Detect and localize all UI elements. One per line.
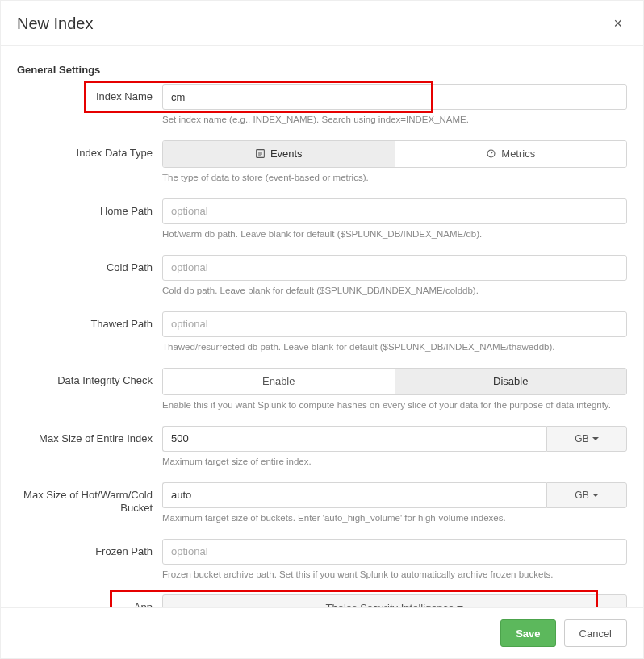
toggle-events-label: Events	[270, 148, 303, 160]
field-integrity: Data Integrity Check Enable Disable Enab…	[17, 368, 627, 423]
help-frozen-path: Frozen bucket archive path. Set this if …	[162, 569, 627, 581]
label-cold-path: Cold Path	[17, 255, 162, 274]
toggle-integrity-disable[interactable]: Disable	[395, 369, 627, 394]
thawed-path-input[interactable]	[162, 311, 627, 337]
help-thawed-path: Thawed/resurrected db path. Leave blank …	[162, 341, 627, 353]
help-home-path: Hot/warm db path. Leave blank for defaul…	[162, 228, 627, 240]
max-size-unit-dropdown[interactable]: GB	[546, 426, 627, 452]
toggle-disable-label: Disable	[493, 375, 528, 387]
bucket-size-unit-label: GB	[575, 490, 588, 501]
bucket-size-input[interactable]	[162, 482, 546, 508]
save-button[interactable]: Save	[500, 619, 555, 647]
field-frozen-path: Frozen Path Frozen bucket archive path. …	[17, 539, 627, 592]
help-index-name: Set index name (e.g., INDEX_NAME). Searc…	[162, 114, 627, 126]
label-home-path: Home Path	[17, 198, 162, 218]
frozen-path-input[interactable]	[162, 539, 627, 565]
field-data-type: Index Data Type Events	[17, 140, 627, 195]
new-index-modal: New Index × General Settings Index Name …	[0, 0, 644, 659]
cancel-button[interactable]: Cancel	[564, 619, 627, 647]
cold-path-input[interactable]	[162, 255, 627, 281]
close-icon[interactable]: ×	[608, 12, 627, 35]
help-data-type: The type of data to store (event-based o…	[162, 172, 627, 184]
modal-title: New Index	[17, 15, 94, 33]
modal-footer: Save Cancel	[1, 607, 643, 658]
label-max-size: Max Size of Entire Index	[17, 426, 162, 445]
max-size-input[interactable]	[162, 426, 546, 452]
label-app: App	[17, 594, 162, 607]
events-icon	[255, 148, 266, 159]
integrity-toggle: Enable Disable	[162, 368, 627, 395]
toggle-integrity-enable[interactable]: Enable	[163, 369, 395, 394]
metrics-icon	[486, 148, 496, 159]
app-select[interactable]: Thales Security Intelligence	[162, 594, 627, 607]
label-data-type: Index Data Type	[17, 140, 162, 160]
index-name-input[interactable]	[162, 84, 627, 110]
toggle-metrics[interactable]: Metrics	[395, 141, 627, 167]
section-general-settings: General Settings	[17, 64, 627, 76]
toggle-events[interactable]: Events	[163, 141, 395, 167]
help-integrity: Enable this if you want Splunk to comput…	[162, 399, 627, 411]
modal-body[interactable]: General Settings Index Name Set index na…	[1, 46, 643, 607]
label-integrity: Data Integrity Check	[17, 368, 162, 387]
chevron-down-icon	[457, 606, 463, 607]
toggle-metrics-label: Metrics	[501, 148, 535, 160]
max-size-unit-label: GB	[575, 433, 588, 444]
label-frozen-path: Frozen Path	[17, 539, 162, 558]
modal-header: New Index ×	[1, 1, 643, 45]
field-max-size: Max Size of Entire Index GB Maximum targ…	[17, 426, 627, 479]
svg-line-5	[491, 152, 493, 154]
data-type-toggle: Events Metrics	[162, 140, 627, 168]
field-home-path: Home Path Hot/warm db path. Leave blank …	[17, 198, 627, 252]
chevron-down-icon	[592, 494, 599, 497]
home-path-input[interactable]	[162, 198, 627, 224]
help-bucket-size: Maximum target size of buckets. Enter 'a…	[162, 512, 627, 524]
help-cold-path: Cold db path. Leave blank for default ($…	[162, 285, 627, 297]
toggle-enable-label: Enable	[262, 375, 295, 387]
field-app: App Thales Security Intelligence	[17, 594, 627, 607]
chevron-down-icon	[592, 437, 599, 440]
field-thawed-path: Thawed Path Thawed/resurrected db path. …	[17, 311, 627, 365]
label-thawed-path: Thawed Path	[17, 311, 162, 331]
field-bucket-size: Max Size of Hot/Warm/Cold Bucket GB Maxi…	[17, 482, 627, 536]
field-cold-path: Cold Path Cold db path. Leave blank for …	[17, 255, 627, 308]
help-max-size: Maximum target size of entire index.	[162, 456, 627, 468]
field-index-name: Index Name Set index name (e.g., INDEX_N…	[17, 84, 627, 137]
app-select-label: Thales Security Intelligence	[326, 602, 454, 607]
bucket-size-unit-dropdown[interactable]: GB	[546, 482, 627, 508]
label-index-name: Index Name	[17, 84, 162, 103]
label-bucket-size: Max Size of Hot/Warm/Cold Bucket	[17, 482, 162, 515]
